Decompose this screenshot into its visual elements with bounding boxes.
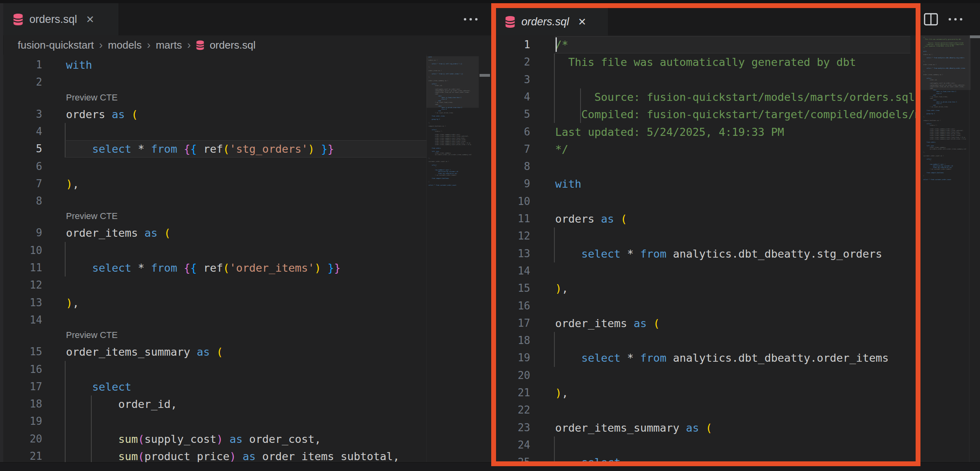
code-line[interactable]: ), <box>66 294 79 311</box>
database-file-icon <box>505 16 515 28</box>
code-line[interactable]: orders as ( <box>555 210 627 227</box>
editor-row: 1/* <box>496 36 916 53</box>
line-number: 6 <box>496 123 530 141</box>
code-line[interactable]: This file was automatically generated by… <box>555 53 856 71</box>
editor-row: 14 <box>496 262 916 280</box>
line-number: 4 <box>496 88 530 106</box>
code-line[interactable]: select <box>66 378 132 395</box>
chevron-right-icon: › <box>187 39 191 51</box>
code-line[interactable]: Compiled: fusion-quickstart/target/compi… <box>555 106 916 123</box>
minimap-slider[interactable] <box>921 35 971 90</box>
code-line[interactable]: Last updated: 5/24/2025, 4:19:33 PM <box>555 123 784 141</box>
code-line[interactable]: order_id, <box>66 395 177 413</box>
code-line[interactable]: ), <box>555 280 568 297</box>
tab-orders-sql-left[interactable]: orders.sql ✕ <box>3 3 119 35</box>
code-line[interactable]: ), <box>66 175 79 192</box>
code-line[interactable]: sum(product_price) as order_items_subtot… <box>66 448 399 462</box>
code-line[interactable]: select <box>555 454 621 461</box>
line-number: 21 <box>496 384 530 401</box>
code-line[interactable]: sum(supply_cost) as order_cost, <box>66 430 321 448</box>
breadcrumb-item-file[interactable]: orders.sql <box>210 39 255 51</box>
split-editor-icon[interactable] <box>924 12 938 26</box>
minimap-right[interactable]: /* This file was automatically generated… <box>922 35 971 461</box>
editor-row: 12 <box>3 276 426 294</box>
code-line[interactable]: with <box>555 175 581 192</box>
code-line[interactable]: select * from {{ ref('stg_orders') }} <box>66 140 334 158</box>
line-number: 17 <box>496 315 530 332</box>
editor-row: 4 <box>3 123 426 140</box>
codelens-preview-cte-link[interactable]: Preview CTE <box>66 328 117 342</box>
editor-row: 17 select <box>3 378 426 395</box>
editor-row: 14 <box>3 311 426 329</box>
editor-row: 10 <box>3 242 426 259</box>
line-number: 21 <box>3 448 42 462</box>
minimap-left[interactable]: with orders as ( select * from {{ ref('s… <box>426 55 479 462</box>
minimap-line: select * from customer_order_count <box>428 184 479 186</box>
codelens-preview-cte-link[interactable]: Preview CTE <box>66 90 117 105</box>
breadcrumb-item-models[interactable]: models <box>108 39 142 51</box>
source-editor[interactable]: 1with2Preview CTE3orders as (45 select *… <box>3 55 426 462</box>
close-icon[interactable]: ✕ <box>86 14 95 25</box>
editor-row: 20 <box>496 367 916 384</box>
chevron-right-icon: › <box>99 39 103 51</box>
editor-row: 21 sum(product_price) as order_items_sub… <box>3 448 426 462</box>
code-line[interactable]: select * from analytics.dbt_dbeatty.orde… <box>555 349 889 367</box>
line-number: 23 <box>496 419 530 436</box>
minimap-slider[interactable] <box>426 56 479 108</box>
line-number: 10 <box>496 193 530 210</box>
editor-row: 13), <box>3 294 426 311</box>
editor-row: 7*/ <box>496 141 916 158</box>
more-actions-icon[interactable] <box>464 18 478 20</box>
line-number: 11 <box>3 259 42 276</box>
editor-row: 9with <box>496 175 916 192</box>
editor-row: 19 <box>3 413 426 430</box>
editor-row: 6 <box>3 158 426 175</box>
editor-row: 7), <box>3 175 426 192</box>
overview-ruler-cursor-marker <box>970 35 980 38</box>
codelens-preview-cte-link[interactable]: Preview CTE <box>66 209 117 223</box>
database-file-icon <box>196 40 204 50</box>
breadcrumb-item-project[interactable]: fusion-quickstart <box>18 39 94 51</box>
editor-row: 5 select * from {{ ref('stg_orders') }} <box>3 140 426 158</box>
code-line[interactable]: /* <box>555 36 568 53</box>
editor-row: 8 <box>496 158 916 175</box>
code-line[interactable]: order_items_summary as ( <box>66 343 223 360</box>
more-actions-icon[interactable] <box>949 18 962 20</box>
line-number: 24 <box>496 436 530 454</box>
breadcrumb-item-marts[interactable]: marts <box>156 39 182 51</box>
code-line[interactable]: order_items as ( <box>66 224 171 242</box>
window-top-edge <box>0 0 980 3</box>
line-number: 15 <box>496 280 530 297</box>
close-icon[interactable]: ✕ <box>578 17 587 27</box>
editor-actions-left[interactable] <box>454 3 488 35</box>
code-line[interactable]: with <box>66 56 92 74</box>
code-line[interactable]: select * from analytics.dbt_dbeatty.stg_… <box>555 245 882 262</box>
editor-row: 12 <box>496 227 916 245</box>
editor-row: 2 <box>3 74 426 91</box>
tab-label: orders.sql <box>29 13 77 26</box>
editor-row: 23order_items_summary as ( <box>496 419 916 436</box>
compiled-preview-editor[interactable]: 1/*2 This file was automatically generat… <box>496 35 916 461</box>
editor-row: 22 <box>496 401 916 419</box>
code-line[interactable]: Source: fusion-quickstart/models/marts/o… <box>555 88 915 106</box>
editor-row: 4 Source: fusion-quickstart/models/marts… <box>496 88 916 106</box>
code-line[interactable]: select * from {{ ref('order_items') }} <box>66 259 341 276</box>
editor-row: 18 <box>496 332 916 349</box>
tab-strip <box>0 3 980 35</box>
editor-row: 17order_items as ( <box>496 315 916 332</box>
indent-guide <box>65 361 66 463</box>
tab-orders-sql-preview[interactable]: orders.sql ✕ <box>496 8 608 35</box>
line-number: 4 <box>3 123 42 140</box>
line-number: 14 <box>496 262 530 280</box>
line-number: 18 <box>3 395 42 413</box>
code-line[interactable]: ), <box>555 384 568 401</box>
editor-row: 15), <box>496 280 916 297</box>
text-cursor <box>556 37 557 52</box>
code-line[interactable]: */ <box>555 141 568 158</box>
code-line[interactable]: orders as ( <box>66 106 138 123</box>
code-line[interactable]: order_items as ( <box>555 315 660 332</box>
code-line[interactable]: order_items_summary as ( <box>555 419 712 436</box>
tab-label: orders.sql <box>521 16 569 28</box>
line-number: 2 <box>3 74 42 91</box>
indent-guide <box>554 227 555 262</box>
